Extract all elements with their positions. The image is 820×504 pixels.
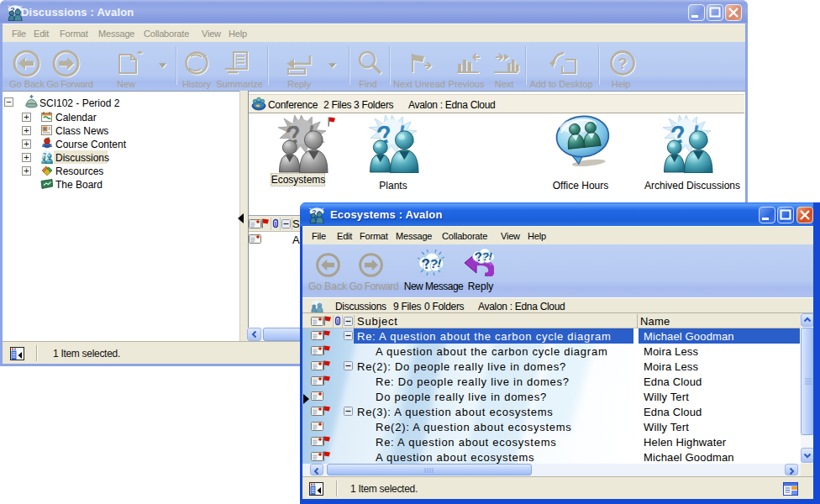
svg-text:?: ? bbox=[618, 55, 628, 72]
